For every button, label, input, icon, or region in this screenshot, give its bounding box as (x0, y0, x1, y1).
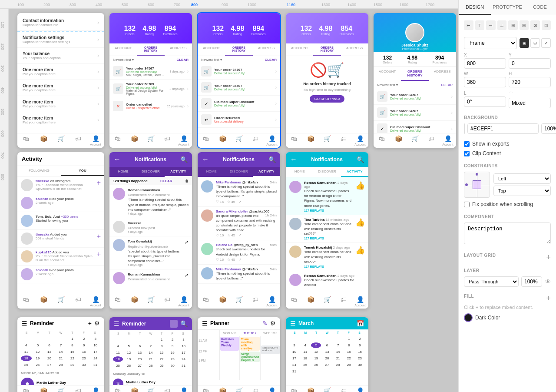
distribute-v-btn[interactable]: ⊡ (542, 20, 551, 30)
frame-calendar-1[interactable]: ☰ Reminder + ⚙ SMTWTFS 123 45678910 (17, 317, 104, 392)
align-right-btn[interactable]: ⊣ (486, 20, 496, 30)
search-icon[interactable]: 🔍 (180, 320, 188, 327)
sidebar-item-3[interactable]: One more item Put your caption here › (17, 96, 104, 112)
layer-visibility-btn[interactable]: 👁 (545, 278, 551, 285)
notif-item: Roman Kamushken 2 days ago Check out awe… (286, 271, 368, 290)
hamburger-icon[interactable]: ☰ (202, 320, 208, 327)
back-icon[interactable]: ← (202, 156, 209, 163)
align-top-btn[interactable]: ⊤ (475, 20, 485, 30)
frame-jessica[interactable]: Jessica Shultz Professional Buyer 132Ord… (374, 13, 456, 148)
chevron-right-icon: › (97, 117, 99, 123)
share-icon[interactable]: ↗ (184, 272, 189, 284)
notif1-subtabs[interactable]: HOME DISCOVER ACTIVITY (109, 167, 192, 177)
panel-tabs[interactable]: DESIGN PROTOTYPE CODE (459, 0, 556, 15)
canvas-area[interactable]: 100 200 300 400 500 600 700 800 900 1000… (0, 0, 458, 392)
frame-type-row[interactable]: Frame Group Component ▣ ⊟ ⤢ (464, 37, 551, 49)
back-icon[interactable]: ← (114, 156, 121, 163)
sidebar-balance[interactable]: Your balance Your caption and caption › (17, 48, 104, 64)
bg-row[interactable]: 👁 (464, 123, 551, 134)
activity-tabs[interactable]: FOLLOWING YOU (17, 166, 104, 176)
vertical-constraint[interactable]: Top Bottom Center Scale (493, 186, 551, 196)
tab-design[interactable]: DESIGN (459, 0, 491, 15)
w-input[interactable] (464, 77, 506, 87)
show-exports-row[interactable]: Show in exports (464, 141, 551, 147)
layer-blend-select[interactable]: Pass Through Normal Multiply Screen Over… (464, 276, 519, 287)
ruler-top: 100 200 300 400 500 600 700 800 900 1000… (0, 0, 458, 9)
frame-view-btn-1[interactable]: ▣ (520, 38, 529, 48)
orders-tabs-2[interactable]: ACCOUNT ORDERS HISTORY ADDRESS (198, 43, 280, 56)
notif-item: Tomek Kuwalskij 2 days ago "Into compone… (286, 243, 368, 271)
sidebar-item-2[interactable]: One more item Put your caption here › (17, 80, 104, 96)
frame-activity[interactable]: Activity FOLLOWING YOU tineczka on Insta… (17, 152, 104, 309)
calendar-icon[interactable]: 📅 (357, 320, 364, 327)
align-left-btn[interactable]: ⊢ (464, 20, 473, 30)
add-event-icon[interactable]: + (88, 320, 92, 327)
align-center-h-btn[interactable]: ⊞ (508, 20, 518, 30)
frame-resize-btn[interactable]: ⤢ (541, 38, 551, 48)
frame-notifications-1[interactable]: ← Notifications 🔍 HOME DISCOVER ACTIVITY… (109, 152, 192, 309)
rotation-input[interactable] (464, 96, 506, 107)
clip-content-row[interactable]: Clip Content (464, 150, 551, 156)
frame-view-btn-2[interactable]: ⊟ (530, 38, 540, 48)
frame-no-orders[interactable]: 132Orders 4.98Rating 854Purchases ACCOUN… (286, 13, 368, 148)
frame-orders-history[interactable]: 132 Orders 4.98 Rating 894 Purchases (198, 13, 280, 148)
distribute-h-btn[interactable]: ⊠ (530, 20, 540, 30)
frame-notifications-3[interactable]: ← Notifications 🔍 HOME DISCOVER ACTIVITY… (286, 152, 368, 309)
share-icon[interactable]: ↗ (184, 239, 189, 266)
component-description[interactable]: Description (464, 223, 551, 244)
component-section: COMPONENT Description (464, 214, 551, 246)
frame-planner[interactable]: ☰ Planner ✎ ⚙ MON 1/11 TUE 1/12 WED 1/13 (198, 317, 280, 392)
constraints-selects[interactable]: Left Right Center Scale Top Bottom Cente… (493, 173, 551, 196)
add-fill-btn[interactable]: + (546, 294, 551, 302)
fix-scroll-row[interactable]: Fix position when scrolling (464, 201, 551, 207)
frame-march[interactable]: ☰ March 📅 SMTWTFS 12 3456789 10111213141… (286, 317, 368, 392)
align-bottom-btn[interactable]: ⊥ (497, 20, 507, 30)
x-input[interactable] (464, 58, 506, 69)
show-exports-checkbox[interactable] (464, 141, 470, 147)
corner-input[interactable] (509, 98, 551, 108)
go-shopping-button[interactable]: GO SHOPPING! (310, 95, 344, 103)
tab-account[interactable]: ACCOUNT (109, 43, 137, 56)
align-center-v-btn[interactable]: ⊟ (520, 20, 529, 30)
sidebar-notifications[interactable]: Notification settings Caption for notifi… (17, 31, 104, 48)
tab-address[interactable]: ADDRESS (165, 43, 192, 56)
march-header: ☰ March 📅 (286, 317, 368, 329)
layer-row[interactable]: Pass Through Normal Multiply Screen Over… (464, 276, 551, 287)
horizontal-constraint[interactable]: Left Right Center Scale (493, 173, 551, 184)
sidebar-contact[interactable]: Contact information Caption for contact … (17, 15, 104, 31)
settings-icon[interactable]: ⚙ (94, 320, 100, 327)
back-icon[interactable]: ← (290, 156, 297, 163)
bg-color-swatch[interactable] (464, 123, 465, 134)
search-icon[interactable]: 🔍 (268, 156, 276, 163)
sidebar-item-4[interactable]: One more item Put your caption here › (17, 112, 104, 128)
tab-prototype[interactable]: PROTOTYPE (491, 0, 524, 15)
hamburger-icon[interactable]: ☰ (22, 320, 27, 327)
tab-orders-history[interactable]: ORDERS HISTORY (137, 43, 164, 56)
frame-calendar-2[interactable]: ☰ Reminder 🔍 SMTWTFS 123 45678910 (109, 317, 192, 392)
layer-opacity-input[interactable] (521, 276, 542, 287)
canvas-scroll[interactable]: Contact information Caption for contact … (9, 9, 458, 392)
add-layout-grid-btn[interactable]: + (546, 253, 551, 261)
clip-content-checkbox[interactable] (464, 151, 470, 156)
frame-type-select[interactable]: Frame Group Component (464, 37, 517, 49)
frame-sidebar[interactable]: Contact information Caption for contact … (17, 13, 104, 148)
tab-code[interactable]: CODE (524, 0, 556, 15)
hex-input[interactable] (467, 123, 539, 134)
dark-color-swatch[interactable] (464, 313, 473, 322)
hamburger-icon[interactable]: ☰ (290, 320, 296, 327)
fix-scroll-checkbox[interactable] (464, 202, 470, 207)
hamburger-icon[interactable]: ☰ (114, 320, 119, 327)
h-input[interactable] (509, 77, 551, 87)
frame-notifications-2[interactable]: ← Notifications 🔍 HOME DISCOVER ACTIVITY… (198, 152, 280, 309)
search-icon[interactable]: 🔍 (357, 156, 364, 163)
sidebar-item-1[interactable]: One more item Put your caption here › (17, 64, 104, 80)
orders-tabs[interactable]: ACCOUNT ORDERS HISTORY ADDRESS (109, 43, 192, 56)
settings-icon[interactable]: ⚙ (270, 320, 276, 327)
search-icon[interactable]: 🔍 (180, 156, 188, 163)
edit-icon[interactable]: ✎ (262, 320, 268, 327)
frame-orders[interactable]: 132 Orders 4.98 Rating 894 Purchases (109, 13, 192, 148)
y-input[interactable] (509, 58, 551, 69)
alignment-row[interactable]: ⊢ ⊤ ⊣ ⊥ ⊞ ⊟ ⊠ ⊡ (464, 20, 551, 30)
dark-color-row[interactable]: Dark Color (464, 313, 551, 322)
opacity-input[interactable] (541, 123, 556, 134)
